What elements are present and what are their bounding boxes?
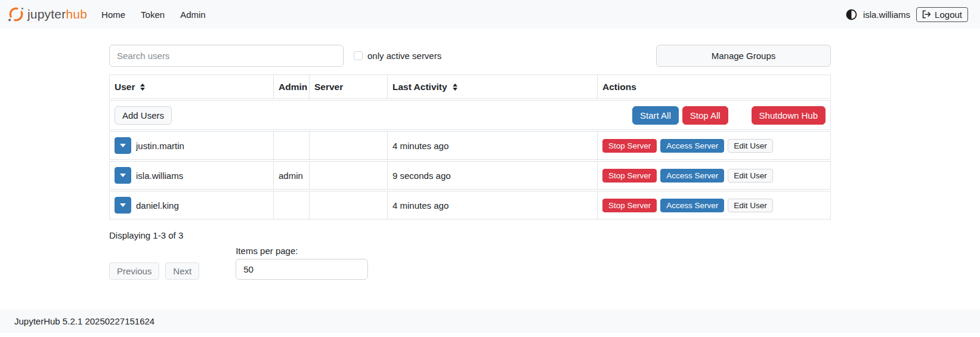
previous-page-button[interactable]: Previous [109,262,159,280]
header-server: Server [309,75,387,98]
sort-last-activity-icon[interactable] [453,84,457,91]
only-active-filter: only active servers [354,51,441,61]
admin-cell [273,132,309,159]
items-per-page-label: Items per page: [236,246,368,256]
server-cell [309,132,387,159]
navbar-right: isla.williams Logout [846,7,968,22]
actions-cell: Stop Server Access Server Edit User [597,191,830,219]
toolbar: only active servers Manage Groups [109,45,831,67]
actions-cell: Stop Server Access Server Edit User [597,132,830,159]
items-per-page-input[interactable] [236,259,368,280]
admin-cell: admin [273,162,309,189]
caret-down-icon [120,144,126,147]
header-actions: Actions [597,75,830,98]
access-server-button[interactable]: Access Server [660,169,724,183]
search-users-input[interactable] [109,45,344,67]
username: isla.williams [136,171,183,181]
top-navbar: jupyterhub Home Token Admin isla.william… [0,0,980,29]
header-last-activity: Last Activity [387,75,597,98]
edit-user-button[interactable]: Edit User [728,139,773,153]
brand-text: jupyterhub [27,7,87,21]
table-row: isla.williams admin 9 seconds ago Stop S… [109,161,831,190]
next-page-button[interactable]: Next [165,262,199,280]
add-users-button[interactable]: Add Users [115,106,172,125]
jupyterhub-logo[interactable]: jupyterhub [7,5,87,23]
nav-link-token[interactable]: Token [141,10,165,20]
pagination-controls: Previous Next Items per page: [109,246,831,280]
access-server-button[interactable]: Access Server [660,199,724,212]
only-active-label: only active servers [367,51,441,61]
users-table: User Admin Server Last Activity Actions … [109,75,831,219]
logout-icon [922,10,931,18]
pagination-summary: Displaying 1-3 of 3 [109,230,831,240]
caret-down-icon [120,203,126,207]
edit-user-button[interactable]: Edit User [728,169,773,183]
jupyter-orbit-icon [7,5,25,23]
table-row: justin.martin 4 minutes ago Stop Server … [109,131,831,160]
stop-server-button[interactable]: Stop Server [602,169,657,183]
stop-all-button[interactable]: Stop All [682,106,728,125]
current-username: isla.williams [863,10,910,20]
logout-button[interactable]: Logout [916,7,968,22]
last-activity-cell: 9 seconds ago [387,162,597,189]
actions-cell: Stop Server Access Server Edit User [597,162,830,189]
table-controls-row: Add Users Start All Stop All Shutdown Hu… [109,100,831,130]
admin-cell [273,191,309,219]
user-cell: justin.martin [110,132,273,159]
header-admin: Admin [273,75,309,98]
sort-user-icon[interactable] [140,84,145,91]
admin-panel: only active servers Manage Groups User A… [109,45,831,280]
shutdown-hub-button[interactable]: Shutdown Hub [752,106,826,125]
user-dropdown-button[interactable] [115,167,131,184]
last-activity-cell: 4 minutes ago [387,132,597,159]
only-active-checkbox[interactable] [354,51,363,60]
manage-groups-button[interactable]: Manage Groups [656,45,831,67]
theme-toggle-icon[interactable] [846,9,857,20]
server-cell [309,191,387,219]
start-all-button[interactable]: Start All [632,106,679,125]
nav-link-home[interactable]: Home [101,10,125,20]
access-server-button[interactable]: Access Server [660,139,724,153]
header-user: User [110,75,273,98]
user-dropdown-button[interactable] [115,137,131,154]
items-per-page-group: Items per page: [236,246,368,280]
logout-label: Logout [935,10,962,20]
caret-down-icon [120,174,126,177]
stop-server-button[interactable]: Stop Server [602,139,657,153]
footer: JupyterHub 5.2.1 20250227151624 [0,310,980,333]
version-text: JupyterHub 5.2.1 20250227151624 [14,316,154,326]
nav-links: Home Token Admin [101,10,206,20]
table-header-row: User Admin Server Last Activity Actions [109,75,831,99]
nav-link-admin[interactable]: Admin [180,10,206,20]
server-cell [309,162,387,189]
edit-user-button[interactable]: Edit User [728,199,773,212]
username: daniel.king [136,200,179,211]
table-row: daniel.king 4 minutes ago Stop Server Ac… [109,191,831,219]
last-activity-cell: 4 minutes ago [387,191,597,219]
stop-server-button[interactable]: Stop Server [602,199,657,212]
user-cell: isla.williams [110,162,273,189]
username: justin.martin [136,141,184,151]
bulk-actions: Start All Stop All Shutdown Hub [632,106,826,125]
user-dropdown-button[interactable] [115,197,131,214]
user-cell: daniel.king [110,191,273,219]
